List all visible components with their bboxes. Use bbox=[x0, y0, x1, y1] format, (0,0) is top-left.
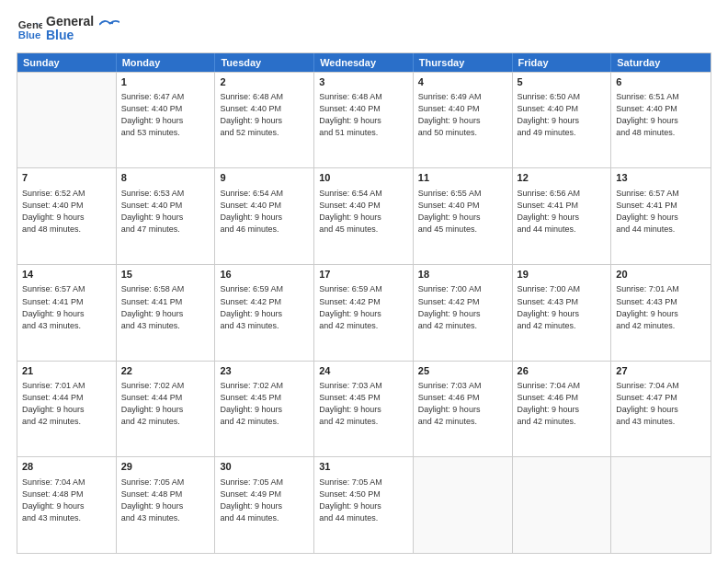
cell-info-line: and 44 minutes. bbox=[220, 512, 309, 524]
calendar-cell-25: 25Sunrise: 7:03 AMSunset: 4:46 PMDayligh… bbox=[414, 362, 513, 457]
calendar-row-0: 1Sunrise: 6:47 AMSunset: 4:40 PMDaylight… bbox=[17, 72, 711, 168]
calendar-header: SundayMondayTuesdayWednesdayThursdayFrid… bbox=[17, 53, 711, 72]
cell-info-line: and 52 minutes. bbox=[220, 127, 309, 139]
cell-info-line: Sunrise: 7:04 AM bbox=[518, 380, 607, 392]
cell-info-line: and 44 minutes. bbox=[616, 224, 706, 236]
cell-info-line: Daylight: 9 hours bbox=[22, 212, 111, 224]
day-number: 3 bbox=[319, 75, 408, 89]
cell-info-line: Sunset: 4:42 PM bbox=[220, 296, 309, 308]
cell-info-line: and 48 minutes. bbox=[22, 224, 111, 236]
cell-info-line: Daylight: 9 hours bbox=[220, 500, 309, 512]
day-number: 13 bbox=[616, 171, 706, 185]
day-number: 28 bbox=[22, 460, 111, 474]
calendar-cell-5: 5Sunrise: 6:50 AMSunset: 4:40 PMDaylight… bbox=[513, 73, 612, 168]
cell-info-line: Daylight: 9 hours bbox=[319, 115, 408, 127]
calendar-cell-6: 6Sunrise: 6:51 AMSunset: 4:40 PMDaylight… bbox=[611, 73, 711, 168]
cell-info-line: Sunrise: 7:04 AM bbox=[616, 380, 706, 392]
calendar: SundayMondayTuesdayWednesdayThursdayFrid… bbox=[17, 52, 711, 554]
cell-info-line: and 43 minutes. bbox=[121, 512, 210, 524]
calendar-cell-22: 22Sunrise: 7:02 AMSunset: 4:44 PMDayligh… bbox=[117, 362, 216, 457]
cell-info-line: and 42 minutes. bbox=[319, 320, 408, 332]
calendar-cell-9: 9Sunrise: 6:54 AMSunset: 4:40 PMDaylight… bbox=[215, 168, 314, 264]
calendar-cell-7: 7Sunrise: 6:52 AMSunset: 4:40 PMDaylight… bbox=[17, 168, 117, 264]
cell-info-line: Sunrise: 7:05 AM bbox=[220, 477, 309, 488]
cell-info-line: Sunset: 4:43 PM bbox=[616, 296, 706, 308]
cell-info-line: Daylight: 9 hours bbox=[518, 308, 607, 320]
calendar-body: 1Sunrise: 6:47 AMSunset: 4:40 PMDaylight… bbox=[17, 72, 711, 553]
cell-info-line: Sunset: 4:40 PM bbox=[220, 200, 309, 212]
day-number: 16 bbox=[220, 268, 309, 282]
calendar-cell-empty-4-4 bbox=[414, 457, 513, 553]
calendar-cell-27: 27Sunrise: 7:04 AMSunset: 4:47 PMDayligh… bbox=[611, 362, 711, 457]
day-number: 1 bbox=[121, 75, 210, 89]
cell-info-line: Daylight: 9 hours bbox=[319, 404, 408, 416]
cell-info-line: and 46 minutes. bbox=[220, 224, 309, 236]
cell-info-line: and 44 minutes. bbox=[518, 224, 607, 236]
cell-info-line: Sunrise: 7:01 AM bbox=[22, 380, 111, 392]
day-number: 30 bbox=[220, 460, 309, 474]
cell-info-line: and 42 minutes. bbox=[518, 320, 607, 332]
cell-info-line: Daylight: 9 hours bbox=[121, 115, 210, 127]
calendar-row-4: 28Sunrise: 7:04 AMSunset: 4:48 PMDayligh… bbox=[17, 456, 711, 553]
cell-info-line: and 43 minutes. bbox=[220, 320, 309, 332]
cell-info-line: Sunrise: 7:02 AM bbox=[220, 380, 309, 392]
cell-info-line: Sunrise: 7:03 AM bbox=[418, 380, 507, 392]
cell-info-line: Daylight: 9 hours bbox=[22, 308, 111, 320]
cell-info-line: Sunrise: 6:54 AM bbox=[319, 188, 408, 200]
cell-info-line: Sunset: 4:45 PM bbox=[220, 392, 309, 404]
cell-info-line: Sunrise: 6:51 AM bbox=[616, 91, 706, 103]
day-number: 4 bbox=[418, 75, 507, 89]
day-number: 23 bbox=[220, 364, 309, 378]
cell-info-line: Sunset: 4:48 PM bbox=[121, 488, 210, 500]
cell-info-line: Sunrise: 7:00 AM bbox=[518, 283, 607, 295]
cell-info-line: Daylight: 9 hours bbox=[518, 404, 607, 416]
cell-info-line: Sunset: 4:50 PM bbox=[319, 488, 408, 500]
calendar-cell-29: 29Sunrise: 7:05 AMSunset: 4:48 PMDayligh… bbox=[117, 457, 216, 553]
cell-info-line: Daylight: 9 hours bbox=[616, 404, 706, 416]
cell-info-line: and 42 minutes. bbox=[319, 416, 408, 428]
cell-info-line: Daylight: 9 hours bbox=[518, 212, 607, 224]
cell-info-line: and 45 minutes. bbox=[418, 224, 507, 236]
weekday-header-monday: Monday bbox=[117, 53, 216, 72]
cell-info-line: and 53 minutes. bbox=[121, 127, 210, 139]
cell-info-line: and 42 minutes. bbox=[518, 416, 607, 428]
cell-info-line: Sunrise: 6:49 AM bbox=[418, 91, 507, 103]
cell-info-line: and 51 minutes. bbox=[319, 127, 408, 139]
cell-info-line: Daylight: 9 hours bbox=[121, 500, 210, 512]
day-number: 22 bbox=[121, 364, 210, 378]
day-number: 11 bbox=[418, 171, 507, 185]
weekday-header-saturday: Saturday bbox=[611, 53, 711, 72]
cell-info-line: Daylight: 9 hours bbox=[319, 500, 408, 512]
day-number: 8 bbox=[121, 171, 210, 185]
calendar-cell-31: 31Sunrise: 7:05 AMSunset: 4:50 PMDayligh… bbox=[314, 457, 414, 553]
svg-text:Blue: Blue bbox=[18, 29, 41, 40]
day-number: 20 bbox=[616, 268, 706, 282]
calendar-cell-2: 2Sunrise: 6:48 AMSunset: 4:40 PMDaylight… bbox=[215, 73, 314, 168]
cell-info-line: Sunrise: 7:05 AM bbox=[319, 477, 408, 488]
day-number: 21 bbox=[22, 364, 111, 378]
cell-info-line: Daylight: 9 hours bbox=[319, 212, 408, 224]
cell-info-line: Sunset: 4:40 PM bbox=[418, 200, 507, 212]
cell-info-line: Sunrise: 6:48 AM bbox=[319, 91, 408, 103]
cell-info-line: Sunrise: 7:03 AM bbox=[319, 380, 408, 392]
day-number: 6 bbox=[616, 75, 706, 89]
cell-info-line: Sunset: 4:40 PM bbox=[220, 103, 309, 115]
page: General Blue General Blue SundayMondayTu… bbox=[0, 0, 728, 563]
day-number: 27 bbox=[616, 364, 706, 378]
cell-info-line: Sunset: 4:41 PM bbox=[121, 296, 210, 308]
cell-info-line: and 44 minutes. bbox=[319, 512, 408, 524]
cell-info-line: Sunset: 4:40 PM bbox=[418, 103, 507, 115]
cell-info-line: Sunrise: 6:53 AM bbox=[121, 188, 210, 200]
weekday-header-sunday: Sunday bbox=[17, 53, 117, 72]
cell-info-line: Daylight: 9 hours bbox=[121, 212, 210, 224]
calendar-cell-empty-4-5 bbox=[513, 457, 612, 553]
cell-info-line: and 42 minutes. bbox=[418, 416, 507, 428]
day-number: 17 bbox=[319, 268, 408, 282]
cell-info-line: Sunset: 4:41 PM bbox=[616, 200, 706, 212]
calendar-cell-30: 30Sunrise: 7:05 AMSunset: 4:49 PMDayligh… bbox=[215, 457, 314, 553]
cell-info-line: Sunrise: 6:55 AM bbox=[418, 188, 507, 200]
cell-info-line: and 42 minutes. bbox=[418, 320, 507, 332]
cell-info-line: Sunrise: 7:02 AM bbox=[121, 380, 210, 392]
calendar-cell-1: 1Sunrise: 6:47 AMSunset: 4:40 PMDaylight… bbox=[117, 73, 216, 168]
cell-info-line: and 42 minutes. bbox=[220, 416, 309, 428]
